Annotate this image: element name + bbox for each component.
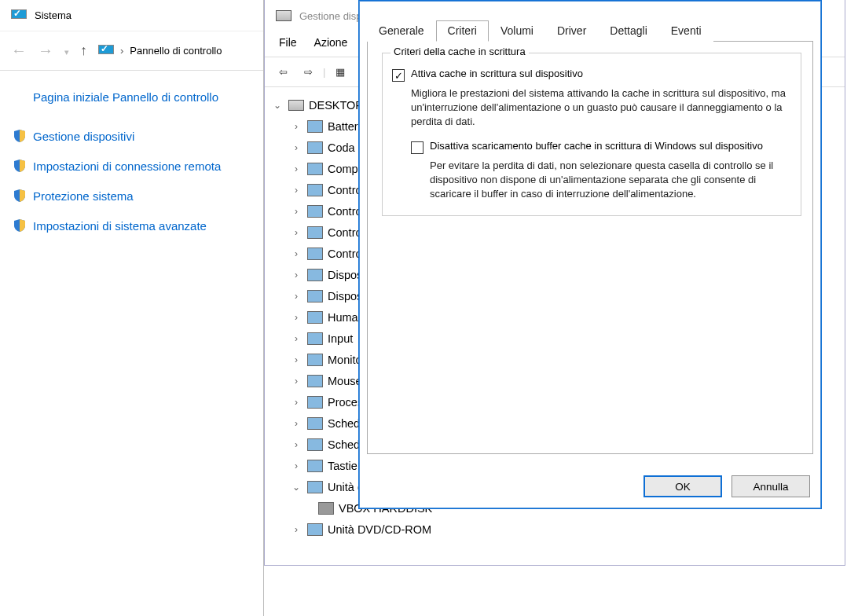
link-label: Protezione sistema <box>33 189 134 204</box>
tab-content-criteria: Criteri della cache in scrittura Attiva … <box>367 42 813 454</box>
chevron-right-icon[interactable]: › <box>290 270 302 280</box>
cancel-button[interactable]: Annulla <box>732 475 810 497</box>
device-category-icon <box>307 248 323 260</box>
chevron-right-icon[interactable]: › <box>290 248 302 259</box>
chevron-right-icon: › <box>120 45 123 57</box>
checkbox-enable-write-cache-row[interactable]: Attiva cache in scrittura sul dispositiv… <box>392 68 791 82</box>
toolbar-forward-icon[interactable]: ⇨ <box>298 62 318 82</box>
nav-dropdown-icon[interactable]: ▾ <box>64 47 69 57</box>
system-titlebar: Sistema <box>0 0 263 31</box>
menu-action[interactable]: Azione <box>314 36 348 49</box>
device-category-icon <box>307 481 323 493</box>
chevron-right-icon[interactable]: › <box>290 227 302 238</box>
fieldset-legend: Criteri della cache in scrittura <box>390 46 529 57</box>
nav-forward-icon[interactable]: → <box>38 42 53 60</box>
chevron-right-icon[interactable]: › <box>290 312 302 323</box>
device-category-icon <box>307 396 323 409</box>
device-category-icon <box>307 523 323 536</box>
ok-button[interactable]: OK <box>644 475 722 497</box>
breadcrumb[interactable]: › Pannello di controllo <box>98 45 222 57</box>
device-category-icon <box>307 311 323 324</box>
disk-icon <box>318 502 334 515</box>
system-navbar: ← → ▾ ↑ › Pannello di controllo <box>0 31 263 71</box>
device-category-icon <box>307 184 323 196</box>
tree-node-label: Input <box>328 332 353 345</box>
chevron-right-icon[interactable]: › <box>290 524 302 535</box>
chevron-down-icon[interactable]: ⌄ <box>271 100 284 111</box>
link-label: Gestione dispositivi <box>33 129 134 145</box>
link-system-protection[interactable]: Protezione sistema <box>33 189 245 204</box>
tab-volumes[interactable]: Volumi <box>489 20 545 42</box>
menu-file[interactable]: File <box>279 36 297 49</box>
breadcrumb-icon <box>98 45 114 57</box>
device-category-icon <box>307 120 323 133</box>
tree-node[interactable]: ›Unità DVD/CD-ROM <box>271 519 845 540</box>
properties-dialog: Generale Criteri Volumi Driver Dettagli … <box>358 0 822 509</box>
tab-criteria[interactable]: Criteri <box>436 20 489 42</box>
tab-general[interactable]: Generale <box>367 20 436 42</box>
chevron-right-icon[interactable]: › <box>290 397 302 408</box>
device-category-icon <box>307 290 323 302</box>
dialog-buttons: OK Annulla <box>644 475 810 497</box>
chevron-right-icon[interactable]: › <box>290 185 302 196</box>
nav-back-icon[interactable]: ← <box>11 42 27 60</box>
device-category-icon <box>307 141 323 154</box>
checkbox-disable-flush-row[interactable]: Disattiva scaricamento buffer cache in s… <box>411 140 791 154</box>
enable-write-cache-desc: Migliora le prestazioni del sistema atti… <box>411 86 791 129</box>
chevron-right-icon[interactable]: › <box>290 439 302 450</box>
device-category-icon <box>307 163 323 175</box>
system-title-text: Sistema <box>35 9 72 21</box>
computer-icon <box>288 100 304 111</box>
chevron-right-icon[interactable]: › <box>290 418 302 429</box>
tab-details[interactable]: Dettagli <box>598 20 658 42</box>
chevron-right-icon[interactable]: › <box>290 460 302 471</box>
device-category-icon <box>307 205 323 218</box>
dialog-tabs: Generale Criteri Volumi Driver Dettagli … <box>367 20 813 42</box>
chevron-right-icon[interactable]: › <box>290 142 302 153</box>
device-category-icon <box>307 354 323 366</box>
chevron-right-icon[interactable]: › <box>290 333 302 344</box>
system-sidebar-links: Pagina iniziale Pannello di controllo Ge… <box>0 71 263 259</box>
tab-events[interactable]: Eventi <box>659 20 713 42</box>
control-panel-home-link[interactable]: Pagina iniziale Pannello di controllo <box>33 90 229 105</box>
link-label: Impostazioni di sistema avanzate <box>33 218 207 234</box>
shield-icon <box>13 218 27 233</box>
device-category-icon <box>307 332 323 345</box>
shield-icon <box>13 189 27 203</box>
tree-node-label: Unità DVD/CD-ROM <box>328 523 431 536</box>
link-advanced-system[interactable]: Impostazioni di sistema avanzate <box>33 218 245 234</box>
link-label: Impostazioni di connessione remota <box>33 159 221 174</box>
chevron-right-icon[interactable]: › <box>290 291 302 302</box>
chevron-right-icon[interactable]: › <box>290 376 302 387</box>
chevron-right-icon[interactable]: › <box>290 163 302 174</box>
device-category-icon <box>307 417 323 430</box>
device-category-icon <box>307 438 323 451</box>
chevron-right-icon[interactable]: › <box>290 121 302 132</box>
checkbox-disable-label: Disattiva scaricamento buffer cache in s… <box>430 140 763 152</box>
breadcrumb-label[interactable]: Pannello di controllo <box>130 45 222 57</box>
link-device-manager[interactable]: Gestione dispositivi <box>33 129 245 145</box>
checkbox-enable-label: Attiva cache in scrittura sul dispositiv… <box>411 68 583 79</box>
tree-node-label: Mouse <box>328 375 362 387</box>
tree-root-label: DESKTOP <box>309 99 363 112</box>
nav-up-icon[interactable]: ↑ <box>80 42 87 59</box>
checkbox-disable-flush[interactable] <box>411 141 424 154</box>
disable-flush-desc: Per evitare la perdita di dati, non sele… <box>430 159 791 201</box>
device-manager-icon <box>276 10 292 21</box>
link-remote-connection[interactable]: Impostazioni di connessione remota <box>33 159 245 174</box>
chevron-right-icon[interactable]: › <box>290 354 302 365</box>
system-window: Sistema ← → ▾ ↑ › Pannello di controllo … <box>0 0 264 616</box>
device-category-icon <box>307 375 323 387</box>
toolbar-back-icon[interactable]: ⇦ <box>273 62 293 82</box>
chevron-down-icon[interactable]: ⌄ <box>290 482 302 493</box>
device-category-icon <box>307 460 323 472</box>
checkbox-enable-write-cache[interactable] <box>392 69 405 82</box>
shield-icon <box>13 159 27 173</box>
chevron-right-icon[interactable]: › <box>290 206 302 217</box>
device-category-icon <box>307 226 323 239</box>
write-cache-fieldset: Criteri della cache in scrittura Attiva … <box>382 53 801 216</box>
device-category-icon <box>307 269 323 281</box>
tab-driver[interactable]: Driver <box>545 20 598 42</box>
shield-icon <box>13 129 27 143</box>
toolbar-properties-icon[interactable]: ▦ <box>330 62 350 82</box>
